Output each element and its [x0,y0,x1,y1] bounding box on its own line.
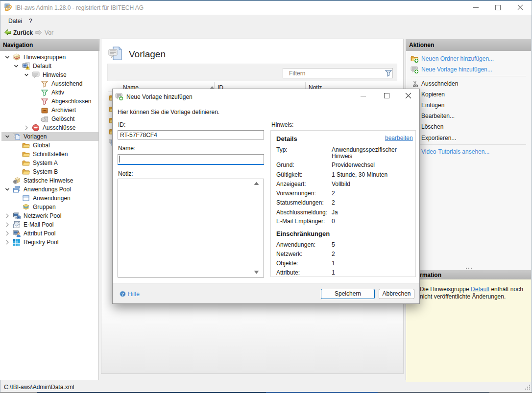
svg-text:?: ? [121,292,124,297]
